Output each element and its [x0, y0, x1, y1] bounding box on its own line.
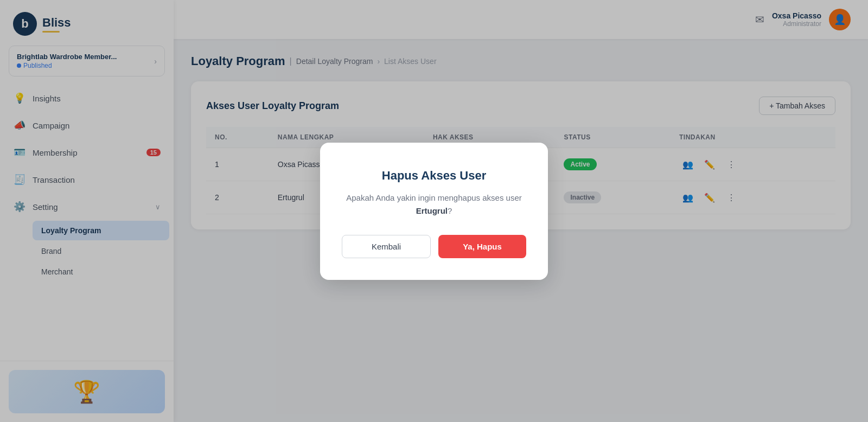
- modal-title: Hapus Akses User: [342, 169, 526, 183]
- modal-target-name: Ertugrul: [416, 206, 448, 215]
- hapus-akses-modal: Hapus Akses User Apakah Anda yakin ingin…: [320, 143, 548, 280]
- modal-actions: Kembali Ya, Hapus: [342, 235, 526, 258]
- modal-body: Apakah Anda yakin ingin menghapus akses …: [342, 191, 526, 218]
- modal-body-text: Apakah Anda yakin ingin menghapus akses …: [346, 193, 522, 202]
- ya-hapus-button[interactable]: Ya, Hapus: [438, 235, 526, 258]
- modal-overlay: Hapus Akses User Apakah Anda yakin ingin…: [0, 0, 868, 422]
- modal-question-mark: ?: [448, 206, 452, 215]
- kembali-button[interactable]: Kembali: [342, 235, 431, 258]
